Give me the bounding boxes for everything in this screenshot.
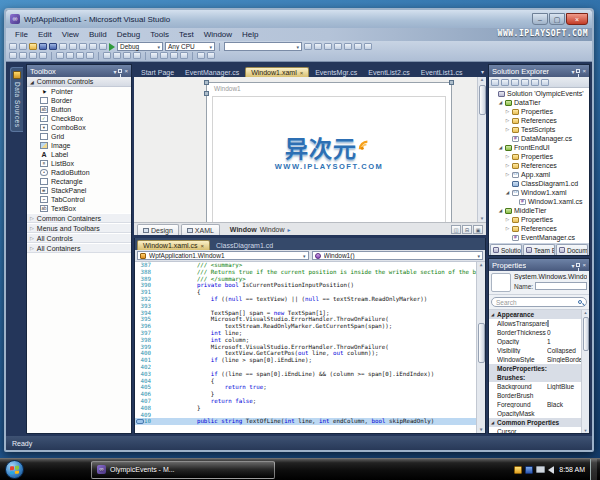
- same-height-icon[interactable]: [170, 52, 178, 59]
- tree-item-classdiagram1-cd[interactable]: ClassDiagram1.cd: [489, 179, 589, 188]
- vertical-spacing-icon[interactable]: [197, 52, 205, 59]
- toolbox-icon[interactable]: [344, 43, 352, 50]
- property-value[interactable]: LightBlue: [547, 383, 581, 390]
- code-line[interactable]: 408 }: [135, 405, 476, 412]
- tree-item-datatier[interactable]: ◢DataTier: [489, 98, 589, 107]
- toolbox-item-textbox[interactable]: abTextBox: [27, 204, 131, 213]
- solution-explorer-header[interactable]: Solution Explorer ▾ ×: [489, 65, 589, 77]
- expander-icon[interactable]: ▷: [505, 172, 510, 177]
- toolbox-section-all-controls[interactable]: ▷All Controls: [27, 233, 131, 243]
- tree-item-eventmanager-cs[interactable]: EventManager.cs: [489, 233, 589, 242]
- expander-icon[interactable]: ▷: [505, 226, 510, 231]
- types-dropdown[interactable]: WpfApplication1.Window1 ▾: [137, 251, 309, 260]
- network-icon[interactable]: [536, 466, 545, 473]
- close-panel-icon[interactable]: ×: [124, 68, 128, 74]
- code-line[interactable]: 388 /// Returns true if the current posi…: [135, 269, 476, 276]
- horizontal-spacing-icon[interactable]: [180, 52, 188, 59]
- menu-window[interactable]: Window: [199, 28, 237, 41]
- menu-debug[interactable]: Debug: [112, 28, 146, 41]
- add-new-item-icon[interactable]: [19, 43, 27, 50]
- code-editor[interactable]: 387 /// <summary>388 /// Returns true if…: [135, 262, 485, 433]
- property-row-foreground[interactable]: ForegroundBlack: [489, 400, 581, 409]
- close-tab-icon[interactable]: ×: [300, 70, 304, 76]
- tree-item-window1-xaml-cs[interactable]: Window1.xaml.cs: [489, 197, 589, 206]
- doc-tab-eventlist1-cs[interactable]: EventList1.cs: [416, 68, 468, 77]
- refresh-icon[interactable]: [511, 79, 519, 86]
- tab-xaml-view[interactable]: XAML: [181, 224, 220, 235]
- property-row-opacitymask[interactable]: OpacityMask: [489, 409, 581, 418]
- comment-icon[interactable]: [9, 52, 17, 59]
- property-value[interactable]: Black: [547, 401, 581, 408]
- tab-window1-xaml-cs[interactable]: Window1.xaml.cs ×: [137, 240, 210, 250]
- property-value[interactable]: Collapsed: [547, 347, 581, 354]
- close-panel-icon[interactable]: ×: [582, 68, 586, 74]
- code-line[interactable]: 398 int column;: [135, 337, 476, 344]
- extension-manager-icon[interactable]: [364, 43, 372, 50]
- menu-file[interactable]: File: [10, 28, 33, 41]
- doc-tab-window1-xaml[interactable]: Window1.xaml×: [245, 67, 309, 77]
- vertical-split-icon[interactable]: ◫: [451, 225, 461, 234]
- expander-icon[interactable]: ▷: [505, 154, 510, 159]
- open-file-icon[interactable]: [29, 43, 37, 50]
- undo-icon[interactable]: [89, 43, 97, 50]
- code-line[interactable]: 389 /// </summary>: [135, 276, 476, 283]
- toolbox-header[interactable]: Toolbox ▾ ×: [27, 65, 131, 77]
- toolbox-item-button[interactable]: abButton: [27, 105, 131, 114]
- code-line[interactable]: 409: [135, 412, 476, 419]
- platform-dropdown[interactable]: Any CPU▾: [165, 42, 215, 51]
- code-line[interactable]: 397 int line;: [135, 330, 476, 337]
- toolbox-section-menus-and-toolbars[interactable]: ▷Menus and Toolbars: [27, 223, 131, 233]
- property-category-brushes[interactable]: Brushes:: [489, 373, 581, 382]
- code-line[interactable]: 390 private bool IsCurrentPositionInputP…: [135, 282, 476, 289]
- tree-item-frontendui[interactable]: ◢FrontEndUI: [489, 143, 589, 152]
- property-row-windowstyle[interactable]: WindowStyleSingleBorde: [489, 355, 581, 364]
- code-line[interactable]: 394 TextSpan[] span = new TextSpan[1];: [135, 310, 476, 317]
- checkbox-icon[interactable]: [547, 320, 549, 327]
- align-middles-icon[interactable]: [133, 52, 141, 59]
- toolbox-item-checkbox[interactable]: ✓CheckBox: [27, 114, 131, 123]
- same-width-icon[interactable]: [160, 52, 168, 59]
- uncomment-icon[interactable]: [19, 52, 27, 59]
- copy-icon[interactable]: [69, 43, 77, 50]
- property-row-allowstransparency[interactable]: AllowsTransparency: [489, 319, 581, 328]
- new-project-icon[interactable]: [9, 43, 17, 50]
- tab-classdiagram1-cd[interactable]: ClassDiagram1.cd: [211, 241, 278, 250]
- expander-icon[interactable]: ▷: [505, 118, 510, 123]
- start-button[interactable]: [5, 460, 24, 479]
- code-line[interactable]: 392 if ((null == textView) || (null == t…: [135, 296, 476, 303]
- doc-tab-eventsmgr-cs[interactable]: EventsMgr.cs: [310, 68, 362, 77]
- tree-item-references[interactable]: ▷References: [489, 116, 589, 125]
- code-line[interactable]: 405 return true;: [135, 384, 476, 391]
- expander-icon[interactable]: ▷: [505, 163, 510, 168]
- toolbox-section-common-controls[interactable]: ◢ Common Controls: [27, 77, 131, 87]
- tree-item-datamanager-cs[interactable]: DataManager.cs: [489, 134, 589, 143]
- maximize-icon[interactable]: ▢: [549, 13, 565, 25]
- toolbox-item-pointer[interactable]: ▲Pointer: [27, 87, 131, 96]
- align-centers-icon[interactable]: [103, 52, 111, 59]
- property-value[interactable]: SingleBorde: [547, 356, 581, 363]
- save-all-icon[interactable]: [49, 43, 57, 50]
- pin-icon[interactable]: [576, 263, 580, 267]
- outdent-icon[interactable]: [39, 52, 47, 59]
- toolbox-section-all-containers[interactable]: ▷All Containers: [27, 243, 131, 253]
- tab-solutio[interactable]: Solutio...: [490, 244, 522, 255]
- members-dropdown[interactable]: Window1() ▾: [312, 251, 484, 260]
- code-line[interactable]: 396 textStream.ReadOnlyMarker.GetCurrent…: [135, 323, 476, 330]
- code-vertical-scrollbar[interactable]: ▲ ▼: [476, 262, 485, 433]
- horizontal-split-icon[interactable]: ⊟: [462, 225, 472, 234]
- expander-icon[interactable]: ▷: [505, 127, 510, 132]
- tab-design-view[interactable]: Design: [137, 224, 179, 235]
- tree-item-references[interactable]: ▷References: [489, 224, 589, 233]
- cut-icon[interactable]: [59, 43, 67, 50]
- start-debug-icon[interactable]: [109, 43, 115, 51]
- property-value[interactable]: [547, 320, 581, 327]
- bookmark-icon[interactable]: [56, 52, 64, 59]
- doc-tab-eventlist2-cs[interactable]: EventList2.cs: [363, 68, 415, 77]
- taskbar-app-button[interactable]: ∞ OlympicEvents - M...: [91, 461, 275, 479]
- expander-icon[interactable]: ▷: [505, 109, 510, 114]
- minimize-icon[interactable]: –: [532, 13, 548, 25]
- tray-app-icon-2[interactable]: [525, 466, 533, 474]
- clock[interactable]: 8:58 AM: [557, 466, 587, 473]
- code-line[interactable]: 401 if (line > span[0].iEndLine);: [135, 357, 476, 364]
- debug-config-dropdown[interactable]: Debug▾: [117, 42, 163, 51]
